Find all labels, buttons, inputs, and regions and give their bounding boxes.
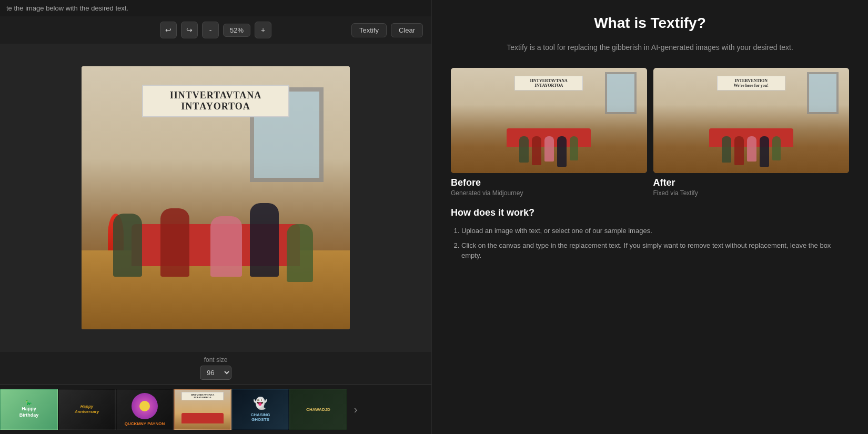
how-step-1: Upload an image with text, or select one… [461,226,849,236]
scene-background: IINTVERTAVTANAINΤAYORTOA [82,66,350,329]
after-banner: INTERVENTION We're here for you! [717,76,785,90]
right-toolbar-buttons: Textify Clear [351,23,423,37]
toolbar: ↩ ↪ - 52% + Textify Clear [0,16,431,44]
font-size-area: font size 72 96 120 144 [0,352,431,384]
thumbnail-chawadjd[interactable]: CHAWADJD [289,389,347,430]
zoom-plus-button[interactable]: + [255,22,271,38]
thumbnails-bar: 🦕HappyBirthday HappyAnniversary QUCKMNY … [0,384,431,434]
thumbnail-chawadjd-label: CHAWADJD [306,407,330,412]
before-banner: IINTVERTAVTANA INΤAYORTOA [514,76,583,90]
before-title: Before [451,177,647,188]
thumbnail-chasing-label: CHASINGGHOSTS [251,412,270,422]
before-scene: IINTVERTAVTANA INΤAYORTOA [451,68,647,173]
font-size-label: font size [204,356,228,364]
right-panel-subtitle: Textify is a tool for replacing the gibb… [451,42,849,53]
redo-button[interactable]: ↪ [181,22,198,38]
canvas-area[interactable]: IINTVERTAVTANAINΤAYORTOA [0,44,431,352]
main-banner: IINTVERTAVTANAINΤAYORTOA [142,85,289,117]
clear-button[interactable]: Clear [391,23,423,37]
thumbnail-birthday[interactable]: 🦕HappyBirthday [0,389,58,430]
instruction-text: te the image below with the desired text… [0,0,431,16]
before-after-container: IINTVERTAVTANA INΤAYORTOA Before Generat… [451,68,849,197]
thumbnail-anniversary-label: HappyAnniversary [75,404,99,415]
before-item: IINTVERTAVTANA INΤAYORTOA Before Generat… [451,68,647,197]
how-steps-list: Upload an image with text, or select one… [451,226,849,261]
thumbnail-quckmny[interactable]: QUCKMNY PAYNON [116,389,174,430]
before-image: IINTVERTAVTANA INΤAYORTOA [451,68,647,173]
textify-button[interactable]: Textify [351,23,387,37]
after-image: INTERVENTION We're here for you! [653,68,850,173]
main-canvas-image[interactable]: IINTVERTAVTANAINΤAYORTOA [82,66,350,329]
how-title: How does it work? [451,207,849,218]
thumbnails-next-button[interactable]: › [347,389,364,430]
how-section: How does it work? Upload an image with t… [451,207,849,261]
thumbnail-anniversary[interactable]: HappyAnniversary [58,389,116,430]
thumbnail-quckmny-label: QUCKMNY PAYNON [125,421,165,426]
right-panel-title: What is Textify? [451,15,849,32]
left-panel: te the image below with the desired text… [0,0,431,434]
after-scene: INTERVENTION We're here for you! [653,68,850,173]
after-title: After [653,177,850,188]
thumbnail-intervention[interactable]: IINTVERTAVTANAINΤAYORTOA [174,389,231,430]
right-panel: What is Textify? Textify is a tool for r… [431,0,868,434]
after-caption: Fixed via Textify [653,189,850,197]
before-caption: Generated via Midjourney [451,189,647,197]
zoom-minus-button[interactable]: - [202,22,219,38]
thumbnail-chasing[interactable]: 👻 CHASINGGHOSTS [231,389,289,430]
how-step-2: Click on the canvas and type in the repl… [461,240,849,261]
zoom-display: 52% [223,24,250,37]
font-size-select[interactable]: 72 96 120 144 [200,366,231,380]
instruction-label: te the image below with the desired text… [6,4,128,12]
thumbnail-birthday-label: 🦕HappyBirthday [19,400,39,418]
undo-button[interactable]: ↩ [160,22,177,38]
after-item: INTERVENTION We're here for you! After F… [653,68,850,197]
